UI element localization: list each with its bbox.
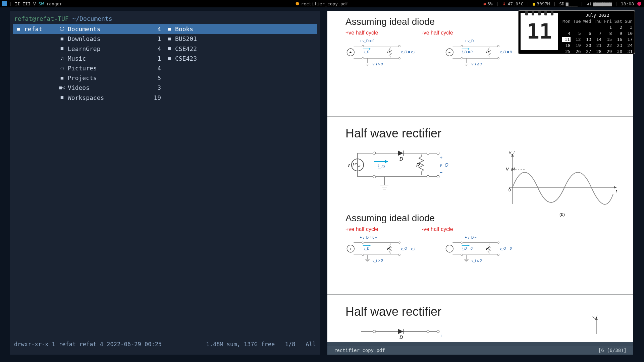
calendar-day[interactable] [593, 25, 602, 30]
svg-point-103 [373, 330, 376, 333]
item-name: Downloads [68, 35, 101, 43]
ranger-parent-column[interactable]: ■ refat [13, 24, 56, 103]
list-item[interactable]: ♫Music1 [56, 54, 164, 63]
calendar-day[interactable]: 14 [593, 37, 602, 42]
calendar-day[interactable] [562, 25, 571, 30]
calendar-day[interactable]: 4 [562, 31, 571, 36]
calendar-day[interactable]: 8 [603, 31, 612, 36]
temperature: 47.0°C [508, 1, 524, 6]
workspace-5[interactable]: V [33, 1, 36, 6]
list-item[interactable]: ■BUS201 [164, 34, 317, 44]
ranger-window[interactable]: refat@refat-TUF ~/Documents ■ refat 🖵Doc… [10, 11, 320, 355]
calendar-day[interactable]: 18 [562, 43, 571, 48]
calendar-day[interactable]: 26 [573, 49, 581, 54]
disk-bars: ▆▁▁▁▁ [566, 1, 577, 6]
calendar-day[interactable]: 15 [603, 37, 612, 42]
calendar-day[interactable]: 23 [614, 43, 622, 48]
volume-icon[interactable]: ◀) [587, 1, 592, 6]
circuit-pos-cycle-2: + v_D = 0 − + i_D R v_O = v_I v_I > 0 [341, 235, 423, 268]
svg-text:+: + [440, 333, 442, 339]
pos-cycle-label: +ve half cycle [345, 30, 378, 36]
calendar-day[interactable]: 6 [583, 31, 591, 36]
calendar-day[interactable] [583, 25, 591, 30]
top-statusbar: | II III V SW ranger rectifier_copy.pdf … [0, 0, 644, 7]
calendar-day[interactable]: 27 [583, 49, 591, 54]
calendar-day[interactable]: 9 [614, 31, 622, 36]
workspace-3[interactable]: III [22, 1, 30, 6]
workspace-2[interactable]: II [15, 1, 20, 6]
disk-label: SD [559, 1, 565, 6]
list-item[interactable]: 🖵Documents4 [56, 24, 164, 34]
position-indicator: 1/8 [285, 341, 296, 348]
calendar-day[interactable]: 3 [624, 25, 633, 30]
calendar-day[interactable]: 7 [593, 31, 602, 36]
list-item[interactable]: ■Projects5 [56, 73, 164, 83]
list-item[interactable]: ■Books [164, 24, 317, 34]
calendar-day[interactable]: 24 [624, 43, 633, 48]
list-item[interactable]: ■LearnGrep4 [56, 44, 164, 54]
calendar-day[interactable]: 25 [562, 49, 571, 54]
pdf-viewer-window[interactable]: Assuming ideal diode +ve half cycle -ve … [327, 11, 633, 355]
list-item[interactable]: ■<Videos3 [56, 83, 164, 93]
svg-text:(b): (b) [559, 212, 565, 217]
svg-point-19 [461, 45, 463, 47]
calendar-day-header: Sat [614, 19, 622, 24]
item-name: CSE423 [175, 54, 197, 63]
calendar-grid: MonTueWedThuFriSatSun1234567891011121314… [562, 19, 633, 54]
calendar-day[interactable]: 30 [614, 49, 622, 54]
item-count: 3 [157, 83, 161, 92]
list-item[interactable]: ▢Pictures4 [56, 63, 164, 73]
circuit-neg-cycle: + v_D − − i_D = 0 R v_O = 0 v_I ≤ 0 [440, 39, 522, 72]
scroll-mode: All [306, 341, 316, 348]
calendar-day[interactable]: 20 [583, 43, 591, 48]
ranger-current-column[interactable]: 🖵Documents4■Downloads1■LearnGrep4♫Music1… [56, 24, 164, 103]
neg-cycle-label: -ve half cycle [422, 30, 453, 36]
calendar-day[interactable]: 21 [593, 43, 602, 48]
list-item[interactable]: ■Downloads1 [56, 34, 164, 44]
calendar-day[interactable]: 10 [624, 31, 633, 36]
file-permissions: drwxr-xr-x 1 refat refat 4 2022-06-29 00… [14, 341, 162, 349]
folder-icon: ♫ [59, 55, 65, 62]
ranger-preview-column[interactable]: ■Books■BUS201■CSE422■CSE423 [164, 24, 317, 103]
svg-point-96 [497, 254, 499, 255]
list-item[interactable]: ■CSE422 [164, 44, 317, 54]
calendar-day[interactable]: 12 [573, 37, 581, 42]
item-count: 19 [154, 94, 161, 102]
calendar-day[interactable]: 16 [614, 37, 622, 42]
os-icon [2, 1, 7, 6]
calendar-day[interactable]: 19 [573, 43, 581, 48]
list-item[interactable]: ■CSE423 [164, 54, 317, 63]
item-count: 1 [157, 35, 161, 43]
calendar-day[interactable]: 11 [562, 37, 571, 42]
calendar-day[interactable] [573, 25, 581, 30]
calendar-day[interactable]: 2 [614, 25, 622, 30]
svg-text:v_I: v_I [592, 315, 597, 319]
calendar-day[interactable]: 5 [573, 31, 581, 36]
item-count: 4 [157, 45, 161, 53]
item-name: Videos [68, 83, 90, 92]
parent-dir[interactable]: ■ refat [13, 24, 56, 34]
calendar-day[interactable]: 17 [624, 37, 633, 42]
calendar-day[interactable]: 1 [603, 25, 612, 30]
svg-point-27 [461, 57, 463, 59]
item-name: Documents [68, 25, 101, 33]
calendar-day[interactable]: 31 [624, 49, 633, 54]
folder-icon: ■ [59, 36, 65, 42]
calendar-day[interactable]: 13 [583, 37, 591, 42]
wm-layout[interactable]: SW [39, 1, 44, 6]
svg-text:−: − [448, 247, 450, 251]
svg-point-3 [398, 45, 400, 47]
pdf-statusbar: rectifier_copy.pdf [6 (6/38)] [327, 346, 633, 355]
calendar-day[interactable]: 28 [593, 49, 602, 54]
item-count: 4 [157, 64, 161, 72]
svg-point-44 [373, 175, 376, 178]
item-name: CSE422 [175, 45, 197, 53]
calendar-day[interactable]: 22 [603, 43, 612, 48]
calendar-widget[interactable]: 11 July 2022 MonTueWedThuFriSatSun123456… [518, 10, 635, 54]
list-item[interactable]: ■Workspaces19 [56, 93, 164, 103]
svg-text:−: − [448, 50, 450, 54]
calendar-big-date: 11 [521, 13, 558, 50]
ranger-path: refat@refat-TUF ~/Documents [10, 11, 320, 24]
calendar-day[interactable]: 29 [603, 49, 612, 54]
item-name: Workspaces [68, 94, 104, 102]
